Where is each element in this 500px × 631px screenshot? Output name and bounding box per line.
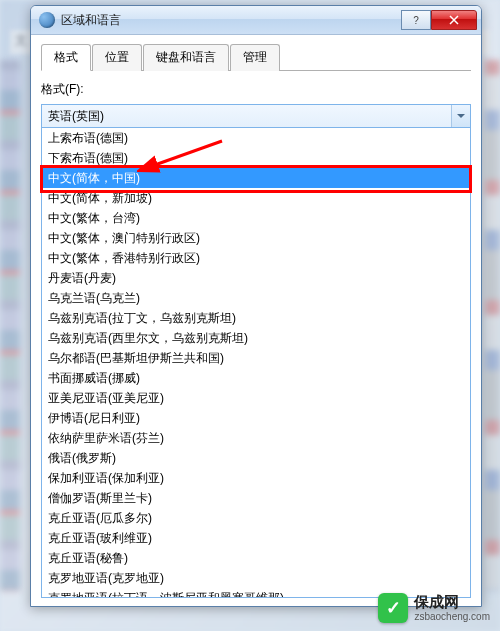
format-option[interactable]: 中文(繁体，台湾)	[42, 208, 470, 228]
format-option[interactable]: 丹麦语(丹麦)	[42, 268, 470, 288]
titlebar: 区域和语言 ?	[31, 6, 481, 35]
tab-3[interactable]: 管理	[230, 44, 280, 71]
format-field-label: 格式(F):	[41, 81, 471, 98]
format-option[interactable]: 乌兹别克语(西里尔文，乌兹别克斯坦)	[42, 328, 470, 348]
format-option[interactable]: 下索布语(德国)	[42, 148, 470, 168]
format-option[interactable]: 伊博语(尼日利亚)	[42, 408, 470, 428]
close-icon	[449, 15, 459, 25]
tab-2[interactable]: 键盘和语言	[143, 44, 229, 71]
format-option[interactable]: 俄语(俄罗斯)	[42, 448, 470, 468]
tab-1[interactable]: 位置	[92, 44, 142, 71]
watermark-url: zsbaocheng.com	[414, 611, 490, 622]
format-option[interactable]: 中文(简体，新加坡)	[42, 188, 470, 208]
format-option[interactable]: 依纳萨里萨米语(芬兰)	[42, 428, 470, 448]
format-option[interactable]: 亚美尼亚语(亚美尼亚)	[42, 388, 470, 408]
format-option[interactable]: 克丘亚语(玻利维亚)	[42, 528, 470, 548]
format-option[interactable]: 克丘亚语(厄瓜多尔)	[42, 508, 470, 528]
globe-icon	[39, 12, 55, 28]
format-option[interactable]: 乌尔都语(巴基斯坦伊斯兰共和国)	[42, 348, 470, 368]
format-option[interactable]: 书面挪威语(挪威)	[42, 368, 470, 388]
watermark-name: 保成网	[414, 594, 490, 611]
format-option[interactable]: 中文(简体，中国)	[42, 168, 470, 188]
format-combobox[interactable]: 英语(英国)	[41, 104, 471, 128]
format-option[interactable]: 中文(繁体，香港特别行政区)	[42, 248, 470, 268]
close-button[interactable]	[431, 10, 477, 30]
format-option[interactable]: 保加利亚语(保加利亚)	[42, 468, 470, 488]
dialog-title: 区域和语言	[61, 12, 401, 29]
format-option[interactable]: 上索布语(德国)	[42, 128, 470, 148]
region-language-dialog: 区域和语言 ? 格式位置键盘和语言管理 格式(F): 英语(英国) 上索布语(德…	[30, 5, 482, 607]
format-option[interactable]: 乌克兰语(乌克兰)	[42, 288, 470, 308]
watermark-badge-icon: ✓	[378, 593, 408, 623]
tab-0[interactable]: 格式	[41, 44, 91, 71]
format-option[interactable]: 中文(繁体，澳门特别行政区)	[42, 228, 470, 248]
format-option[interactable]: 僧伽罗语(斯里兰卡)	[42, 488, 470, 508]
chevron-down-icon[interactable]	[451, 105, 470, 127]
format-listbox[interactable]: 上索布语(德国)下索布语(德国)中文(简体，中国)中文(简体，新加坡)中文(繁体…	[41, 128, 471, 598]
tab-bar: 格式位置键盘和语言管理	[41, 43, 471, 71]
help-button[interactable]: ?	[401, 10, 431, 30]
watermark: ✓ 保成网 zsbaocheng.com	[378, 593, 490, 623]
format-option[interactable]: 乌兹别克语(拉丁文，乌兹别克斯坦)	[42, 308, 470, 328]
format-option[interactable]: 克罗地亚语(克罗地亚)	[42, 568, 470, 588]
format-option[interactable]: 克丘亚语(秘鲁)	[42, 548, 470, 568]
format-combobox-value: 英语(英国)	[48, 108, 104, 125]
